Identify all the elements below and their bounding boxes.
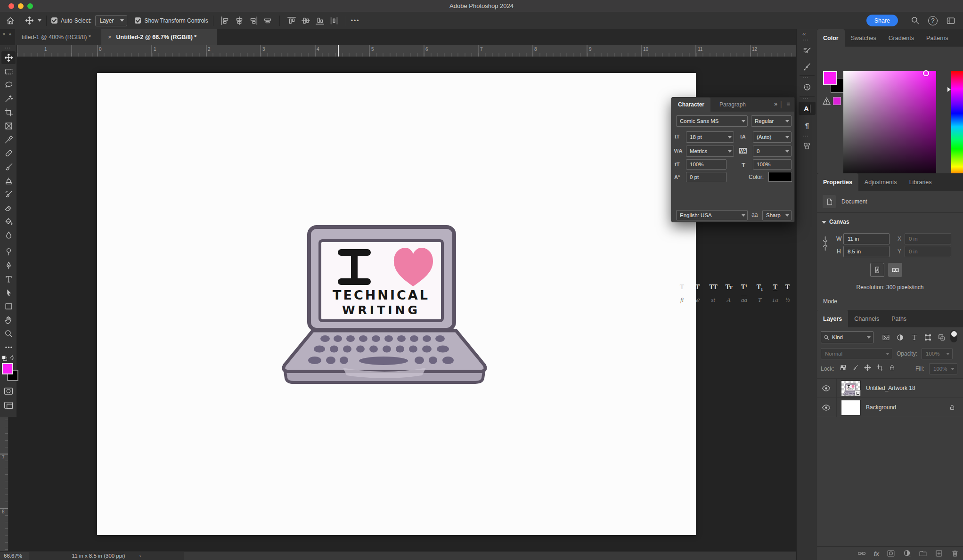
language-dropdown[interactable]: English: USA <box>676 210 748 220</box>
delete-layer-icon[interactable] <box>951 549 959 558</box>
contextual-alternates-button[interactable]: ℯ <box>691 295 704 305</box>
collapse-panels-icon[interactable]: ‹‹ <box>802 31 806 37</box>
gripper[interactable] <box>803 77 808 78</box>
move-tool-icon[interactable] <box>25 16 34 25</box>
auto-select-target-dropdown[interactable]: Layer <box>95 15 127 26</box>
panel-menu-icon[interactable]: ≡ <box>786 100 790 107</box>
new-adjustment-layer-icon[interactable] <box>903 549 911 558</box>
distribute-vertical-icon[interactable] <box>329 16 339 26</box>
move-tool-chevron[interactable] <box>38 19 41 22</box>
text-color-swatch[interactable] <box>768 172 792 182</box>
small-caps-button[interactable]: Tᴛ <box>722 282 735 292</box>
brushes-panel-icon[interactable] <box>799 60 816 73</box>
filter-smart-objects-icon[interactable] <box>938 333 946 341</box>
blur-tool[interactable] <box>1 229 16 242</box>
history-brush-tool[interactable] <box>1 188 16 201</box>
portrait-orientation-button[interactable] <box>870 263 884 277</box>
lock-transparency-icon[interactable] <box>840 364 847 371</box>
show-transform-checkbox[interactable] <box>135 17 141 24</box>
clone-stamp-tool[interactable] <box>1 174 16 187</box>
baseline-shift-field[interactable]: 0 pt <box>686 172 726 182</box>
gripper[interactable] <box>803 98 808 99</box>
tab-gradients[interactable]: Gradients <box>882 29 920 47</box>
superscript-button[interactable]: T¹ <box>738 282 751 292</box>
ligatures-button[interactable]: fi <box>676 295 688 305</box>
home-icon[interactable] <box>6 16 15 25</box>
foreground-color-swatch[interactable] <box>2 363 13 374</box>
layer-effects-icon[interactable]: fx <box>873 550 879 557</box>
lasso-tool[interactable] <box>1 79 16 91</box>
tab-adjustments[interactable]: Adjustments <box>858 173 903 191</box>
rectangle-tool[interactable] <box>1 300 16 313</box>
width-field[interactable]: 11 in <box>843 233 890 244</box>
filter-type-layers-icon[interactable] <box>910 333 918 341</box>
canvas-section-chevron[interactable] <box>822 221 826 224</box>
tab-swatches[interactable]: Swatches <box>845 29 882 47</box>
font-style-dropdown[interactable]: Regular <box>751 115 792 127</box>
document-info[interactable]: 11 in x 8.5 in (300 ppi) › <box>29 552 184 560</box>
vertical-scale-field[interactable]: 100% <box>686 159 726 170</box>
tab-color[interactable]: Color <box>817 29 845 47</box>
crop-tool[interactable] <box>1 106 16 119</box>
landscape-orientation-button[interactable] <box>888 263 902 277</box>
align-middle-icon[interactable] <box>301 16 311 26</box>
layer-filter-kind-dropdown[interactable]: Kind <box>821 331 873 343</box>
close-tab-icon[interactable]: × <box>108 33 112 41</box>
x-field[interactable]: 0 in <box>905 233 951 244</box>
color-picker-ring[interactable] <box>923 70 929 76</box>
tab-character[interactable]: Character <box>672 97 710 112</box>
saturation-brightness-field[interactable] <box>843 71 936 182</box>
align-right-icon[interactable] <box>248 16 259 26</box>
share-button[interactable]: Share <box>866 15 898 26</box>
visibility-eye-icon[interactable] <box>822 403 831 412</box>
paint-bucket-tool[interactable] <box>1 215 16 228</box>
type-tool[interactable] <box>1 273 16 285</box>
zoom-tool[interactable] <box>1 327 16 340</box>
visibility-eye-icon[interactable] <box>822 384 831 393</box>
document-tab-untitled-1[interactable]: titled-1 @ 400% (RGB/8) * <box>15 29 101 45</box>
quick-mask-icon[interactable] <box>4 387 13 395</box>
faux-italic-button[interactable]: T <box>691 282 704 292</box>
gamut-warning-icon[interactable] <box>822 97 831 105</box>
status-chevron-icon[interactable]: › <box>139 553 141 559</box>
close-icon[interactable]: × <box>2 31 5 37</box>
swap-colors-icon[interactable] <box>9 354 16 361</box>
blend-mode-dropdown[interactable]: Normal <box>821 348 892 359</box>
add-mask-icon[interactable] <box>887 549 895 558</box>
more-options-icon[interactable]: ••• <box>351 17 360 24</box>
tab-layers[interactable]: Layers <box>817 310 848 327</box>
frame-tool[interactable] <box>1 120 16 132</box>
all-caps-button[interactable]: TT <box>707 282 719 292</box>
leading-dropdown[interactable]: (Auto) <box>753 131 792 143</box>
anti-alias-dropdown[interactable]: Sharp <box>762 210 792 220</box>
rectangular-marquee-tool[interactable] <box>1 65 16 78</box>
hue-slider[interactable] <box>951 71 963 182</box>
underline-button[interactable]: T <box>769 282 782 292</box>
lock-pixels-icon[interactable] <box>852 364 859 371</box>
layer-row-background[interactable]: Background <box>817 398 963 417</box>
fill-field[interactable]: 100% <box>929 363 957 374</box>
tab-properties[interactable]: Properties <box>817 173 858 191</box>
tracking-dropdown[interactable]: 0 <box>753 146 792 157</box>
hue-slider-marker[interactable] <box>947 87 951 92</box>
workspace-icon[interactable] <box>946 16 955 25</box>
stylistic-alternates-button[interactable]: aa <box>738 295 751 305</box>
glyphs-panel-icon[interactable] <box>799 139 816 153</box>
zoom-level-field[interactable]: 66.67% <box>4 553 22 559</box>
new-group-icon[interactable] <box>919 549 927 558</box>
align-top-icon[interactable] <box>286 16 297 26</box>
character-panel-icon[interactable]: A <box>799 102 816 115</box>
align-bottom-icon[interactable] <box>315 16 325 26</box>
new-layer-icon[interactable] <box>935 549 943 558</box>
filter-shape-layers-icon[interactable] <box>924 333 932 341</box>
fractions-button[interactable]: ½ <box>781 295 794 305</box>
pen-tool[interactable] <box>1 259 16 272</box>
tab-channels[interactable]: Channels <box>848 310 885 327</box>
tab-overflow-icon[interactable]: » <box>8 31 11 37</box>
y-field[interactable]: 0 in <box>905 246 951 257</box>
gripper[interactable] <box>803 40 808 41</box>
foreground-color-well[interactable] <box>823 71 837 85</box>
layer-thumbnail[interactable] <box>841 400 860 415</box>
filter-pixel-layers-icon[interactable] <box>882 333 890 341</box>
horizontal-ruler[interactable]: 1 0 1 2 3 4 5 6 7 8 9 10 11 12 <box>8 45 796 57</box>
